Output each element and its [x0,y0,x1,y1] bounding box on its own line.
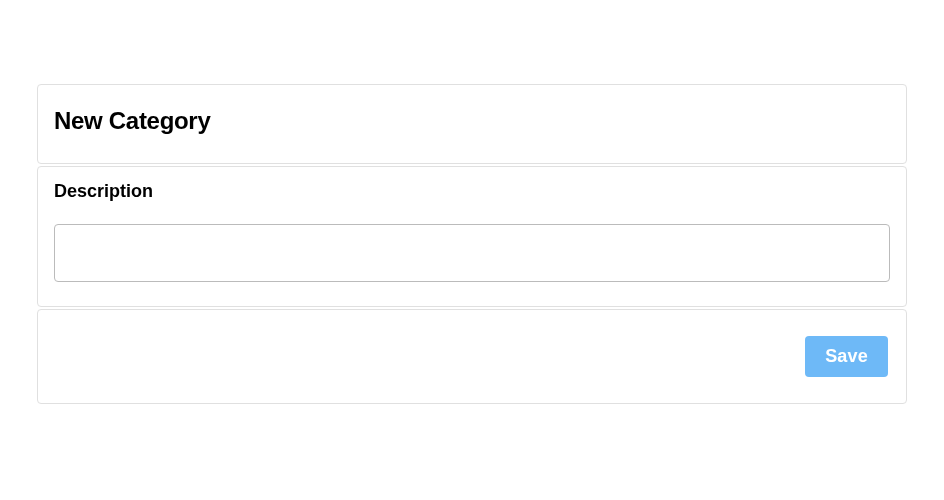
panel-body: Description [38,167,906,306]
form-panel: Description [37,166,907,307]
description-input[interactable] [54,224,890,282]
save-button[interactable]: Save [805,336,888,377]
page-title: New Category [54,107,890,135]
header-panel: New Category [37,84,907,164]
description-label: Description [54,181,890,202]
panel-footer: Save [38,310,906,403]
panel-header: New Category [38,85,906,163]
footer-panel: Save [37,309,907,404]
